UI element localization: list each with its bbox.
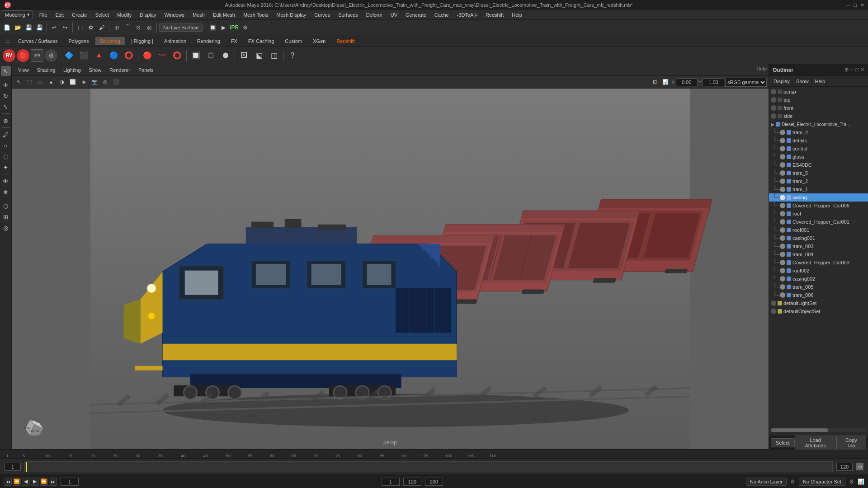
go-to-start-button[interactable]: ⏮ xyxy=(4,478,12,486)
tree-item-tram5[interactable]: tram_5 xyxy=(769,169,868,177)
tree-item-tram004[interactable]: tram_004 xyxy=(769,250,868,258)
x-value-input[interactable] xyxy=(676,78,698,86)
menu-curves[interactable]: Curves xyxy=(311,11,334,19)
outliner-scrollbar-thumb[interactable] xyxy=(771,428,828,432)
outliner-minimize[interactable]: ─ xyxy=(850,67,854,73)
y-value-input[interactable] xyxy=(703,78,724,86)
tree-item-casing001[interactable]: casing001 xyxy=(769,234,868,242)
redo-button[interactable]: ↪ xyxy=(60,23,70,33)
cam-frustum[interactable]: 📷 xyxy=(90,77,99,87)
isolate[interactable]: ◎ xyxy=(100,77,110,87)
live-surface-button[interactable]: No Live Surface xyxy=(159,23,203,32)
timeline-ruler[interactable]: 1 5 10 15 20 25 30 35 40 45 50 55 60 65 … xyxy=(0,450,868,459)
menu-3dtall[interactable]: -3DToAll- xyxy=(453,11,481,19)
menu-redshift[interactable]: Redshift xyxy=(482,11,507,19)
outliner-scrollbar[interactable] xyxy=(771,428,866,432)
current-frame-input[interactable] xyxy=(61,478,79,486)
close-button[interactable]: ✕ xyxy=(860,2,864,8)
lasso-tool[interactable]: ✿ xyxy=(86,23,96,33)
tree-item-roof[interactable]: roof xyxy=(769,210,868,218)
maximize-button[interactable]: □ xyxy=(854,2,857,8)
menu-select[interactable]: Select xyxy=(91,11,113,19)
shelf-tab-rigging[interactable]: | Rigging | xyxy=(127,37,158,45)
vt-panels[interactable]: Panels xyxy=(135,66,157,74)
go-to-end-button[interactable]: ⏭ xyxy=(49,478,57,486)
tree-item-roof002[interactable]: roof002 xyxy=(769,267,868,275)
smooth-shade[interactable]: ● xyxy=(46,77,56,87)
relax-tool[interactable]: ◌ xyxy=(1,151,11,161)
mode-selector[interactable]: Modeling ▾ xyxy=(2,10,33,19)
anim-layer-options[interactable]: ⚙ xyxy=(790,479,795,485)
menu-cache[interactable]: Cache xyxy=(431,11,453,19)
tree-item-covered1[interactable]: Covered_Hopper_Car006 xyxy=(769,202,868,210)
rs-mat-2[interactable]: 〰 xyxy=(156,49,169,62)
soft-select[interactable]: ⊚ xyxy=(1,116,11,126)
shelf-tab-sculpting[interactable]: Sculpting xyxy=(95,37,125,45)
rs-icon-ipr[interactable]: IPR xyxy=(31,49,43,62)
shelf-icon-light2[interactable]: ⬢ xyxy=(219,49,232,62)
tree-item-tram1[interactable]: tram_1 xyxy=(769,185,868,193)
open-file-button[interactable]: 📂 xyxy=(13,23,23,33)
rs-icon-sphere[interactable]: 🔴 xyxy=(17,49,29,62)
shelf-tab-redshift[interactable]: Redshift xyxy=(332,37,359,45)
tree-item-tram2[interactable]: tram_2 xyxy=(769,177,868,185)
tree-item-defaultlightset[interactable]: defaultLightSet xyxy=(769,299,868,307)
select-mask[interactable]: ↖ xyxy=(14,77,24,87)
shelf-menu-button[interactable]: ☰ xyxy=(4,37,12,45)
outliner-window-controls[interactable]: ⊞ ─ □ ✕ xyxy=(844,67,864,73)
smooth-tool[interactable]: ○ xyxy=(1,141,11,150)
shelf-tab-fxcaching[interactable]: FX Caching xyxy=(244,37,278,45)
shelf-tab-polygons[interactable]: Polygons xyxy=(64,37,93,45)
tree-item-casing002[interactable]: casing002 xyxy=(769,275,868,283)
show-hide[interactable]: 👁 xyxy=(1,176,11,186)
xray[interactable]: ◈ xyxy=(79,77,89,87)
save-as-button[interactable]: 💾 xyxy=(34,23,44,33)
tree-item-tram005[interactable]: tram_005 xyxy=(769,283,868,291)
grab-tool[interactable]: ✦ xyxy=(1,162,11,172)
shelf-icon-texture[interactable]: 🔲 xyxy=(189,49,203,62)
rs-mat-1[interactable]: 🔴 xyxy=(141,49,154,62)
rs-icon-rv[interactable]: RV xyxy=(3,49,15,62)
step-forward-button[interactable]: ⏩ xyxy=(40,478,48,486)
tree-item-front[interactable]: front xyxy=(769,104,868,112)
shelf-icon-cylinder[interactable]: ⭕ xyxy=(122,49,136,62)
tree-item-main-group[interactable]: ▶ Diesel_Electric_Locomotive_Tra... xyxy=(769,120,868,128)
copy-tab-button[interactable]: Copy Tab xyxy=(836,436,866,450)
render-seq[interactable]: ▶ xyxy=(218,23,228,33)
save-file-button[interactable]: 💾 xyxy=(24,23,33,33)
outliner-menu-help[interactable]: Help xyxy=(812,78,828,85)
tree-item-top[interactable]: top xyxy=(769,96,868,104)
tree-item-casing[interactable]: casing xyxy=(769,193,868,202)
snap-settings[interactable]: ◎ xyxy=(1,223,11,233)
menu-windows[interactable]: Windows xyxy=(160,11,188,19)
rs-icon-settings[interactable]: ⚙ xyxy=(45,49,57,62)
outliner-menu-display[interactable]: Display xyxy=(771,78,793,85)
menu-create[interactable]: Create xyxy=(68,11,90,19)
range-end-input[interactable] xyxy=(403,478,421,486)
menu-edit[interactable]: Edit xyxy=(52,11,67,19)
menu-mesh-tools[interactable]: Mesh Tools xyxy=(240,11,272,19)
select-type[interactable]: ⬚ xyxy=(24,77,34,87)
menu-modify[interactable]: Modify xyxy=(113,11,135,19)
outliner-icon1[interactable]: ⊞ xyxy=(844,67,849,73)
tree-item-details[interactable]: details xyxy=(769,136,868,145)
menu-file[interactable]: File xyxy=(36,11,51,19)
outliner-maximize[interactable]: □ xyxy=(855,67,859,73)
tree-item-tram4[interactable]: tram_4 xyxy=(769,128,868,136)
select-button[interactable]: Select xyxy=(771,438,795,447)
ipr-render[interactable]: IPR xyxy=(229,23,239,33)
tree-item-persp[interactable]: persp xyxy=(769,88,868,96)
menu-edit-mesh[interactable]: Edit Mesh xyxy=(209,11,239,19)
undo-button[interactable]: ↩ xyxy=(49,23,59,33)
step-back-button[interactable]: ⏪ xyxy=(13,478,21,486)
select-tool[interactable]: ⬚ xyxy=(75,23,85,33)
view-cube[interactable]: FRONT SIDE TOP xyxy=(21,413,48,440)
tree-item-covered-hopper1[interactable]: Covered_Hopper_Car001 xyxy=(769,218,868,226)
range-start-input[interactable] xyxy=(382,478,400,486)
shelf-icon-render2[interactable]: ⬕ xyxy=(252,49,266,62)
outliner-menu-show[interactable]: Show xyxy=(793,78,811,85)
grid-toggle[interactable]: ⊞ xyxy=(650,77,660,87)
timeline-track[interactable] xyxy=(24,461,833,472)
menu-uv[interactable]: UV xyxy=(387,11,401,19)
snap-curve[interactable]: ⌒ xyxy=(123,23,132,33)
